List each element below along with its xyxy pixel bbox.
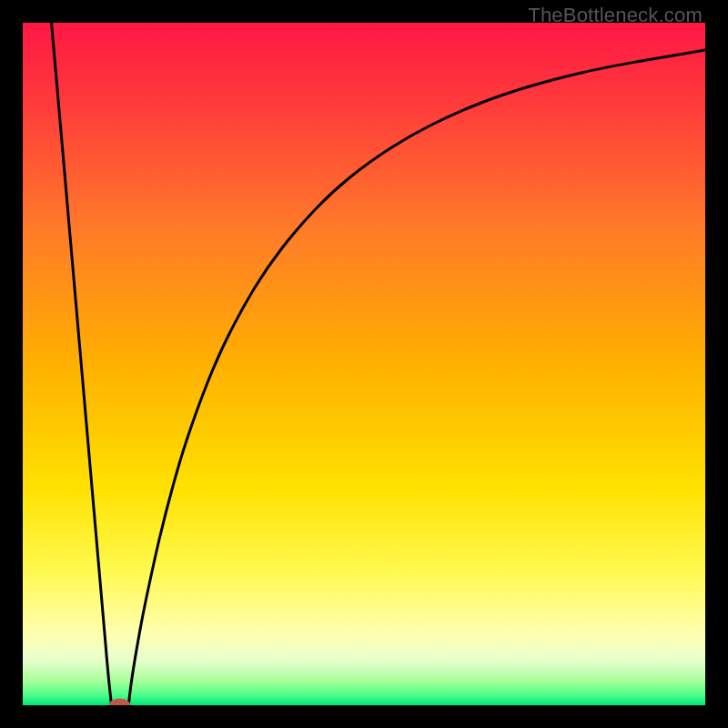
chart-plot [23, 23, 705, 705]
chart-frame: TheBottleneck.com [0, 0, 728, 728]
watermark-text: TheBottleneck.com [528, 4, 703, 27]
gradient-background [23, 23, 705, 705]
